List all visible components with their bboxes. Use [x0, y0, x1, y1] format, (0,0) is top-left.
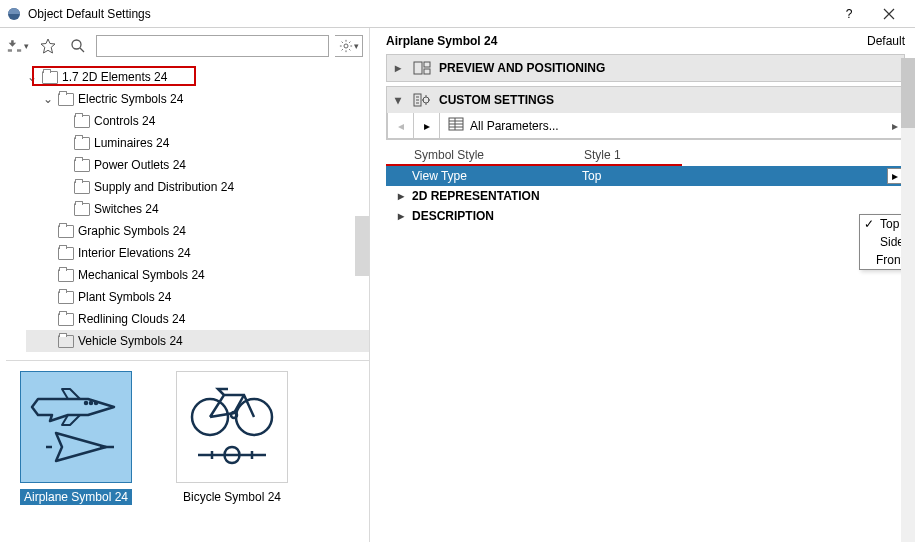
tree-label: Power Outlets 24: [94, 154, 186, 176]
parameters-icon: [448, 117, 464, 134]
param-row-view-type[interactable]: View Type Top ▸: [386, 166, 905, 186]
panel-title: CUSTOM SETTINGS: [439, 93, 554, 107]
tree-item[interactable]: Plant Symbols 24: [26, 286, 369, 308]
search-icon[interactable]: [66, 34, 90, 58]
folder-icon: [74, 137, 90, 150]
tree-label: Vehicle Symbols 24: [78, 330, 183, 352]
panel-preview: ▸ PREVIEW AND POSITIONING: [386, 54, 905, 82]
folder-icon: [58, 247, 74, 260]
tree-item[interactable]: Mechanical Symbols 24: [26, 264, 369, 286]
param-group-label: 2D REPRESENTATION: [412, 189, 540, 203]
help-button[interactable]: ?: [829, 0, 869, 28]
right-scrollbar[interactable]: [901, 58, 915, 542]
tree-label: Redlining Clouds 24: [78, 308, 185, 330]
preview-icon: [413, 60, 431, 76]
svg-point-4: [90, 402, 92, 404]
close-button[interactable]: [869, 0, 909, 28]
tree-label: Switches 24: [94, 198, 159, 220]
param-group-row[interactable]: ▸ DESCRIPTION: [386, 206, 905, 226]
library-source-button[interactable]: ▾: [6, 34, 30, 58]
svg-point-2: [343, 44, 347, 48]
folder-icon: [74, 203, 90, 216]
left-pane: ▾ ▾ ⌄ 1.7 2D Elements 24: [0, 28, 370, 542]
tree-item[interactable]: Graphic Symbols 24: [26, 220, 369, 242]
chevron-down-icon: ▾: [395, 93, 405, 107]
tree-item[interactable]: Redlining Clouds 24: [26, 308, 369, 330]
folder-icon: [74, 115, 90, 128]
param-header-value: Style 1: [584, 148, 621, 162]
tree-label: Electric Symbols 24: [78, 88, 183, 110]
folder-icon: [58, 291, 74, 304]
svg-point-3: [85, 402, 87, 404]
search-input[interactable]: [96, 35, 329, 57]
thumbnail-grid: Airplane Symbol 24 Bicycle Symbol 24: [6, 360, 369, 515]
chevron-right-icon: ▸: [398, 189, 412, 203]
folder-icon: [42, 71, 58, 84]
nav-forward-button[interactable]: ▸: [414, 113, 440, 138]
all-parameters-label: All Parameters...: [470, 119, 559, 133]
tree-item[interactable]: Interior Elevations 24: [26, 242, 369, 264]
panel-custom: ▾ CUSTOM SETTINGS ◂ ▸ All Parameters... …: [386, 86, 905, 140]
svg-rect-9: [414, 62, 422, 74]
chevron-right-icon: ▸: [398, 209, 412, 223]
thumbnail-airplane[interactable]: Airplane Symbol 24: [12, 371, 140, 505]
object-name: Airplane Symbol 24: [386, 34, 497, 48]
thumbnail-bicycle[interactable]: Bicycle Symbol 24: [168, 371, 296, 505]
thumbnail-image: [20, 371, 132, 483]
svg-point-8: [231, 412, 237, 418]
panel-header-custom[interactable]: ▾ CUSTOM SETTINGS: [387, 87, 904, 113]
param-group-row[interactable]: ▸ 2D REPRESENTATION: [386, 186, 905, 206]
chevron-right-icon: ▸: [395, 61, 405, 75]
library-toolbar: ▾ ▾: [6, 34, 369, 58]
panel-header-preview[interactable]: ▸ PREVIEW AND POSITIONING: [387, 55, 904, 81]
svg-rect-11: [424, 69, 430, 74]
svg-point-5: [95, 402, 97, 404]
folder-icon: [58, 335, 74, 348]
tree-scrollbar[interactable]: [355, 216, 369, 276]
library-settings-button[interactable]: ▾: [335, 35, 363, 57]
thumbnail-label: Airplane Symbol 24: [20, 489, 132, 505]
tree-item[interactable]: Controls 24: [26, 110, 369, 132]
check-icon: ✓: [864, 217, 876, 231]
chevron-down-icon: ⌄: [26, 66, 38, 88]
tree-item-electric[interactable]: ⌄ Electric Symbols 24: [26, 88, 369, 110]
thumbnail-label: Bicycle Symbol 24: [179, 489, 285, 505]
folder-icon: [58, 225, 74, 238]
menu-label: Top: [880, 217, 899, 231]
tree-item[interactable]: Supply and Distribution 24: [26, 176, 369, 198]
right-pane: Airplane Symbol 24 Default ▸ PREVIEW AND…: [370, 28, 915, 542]
window-title: Object Default Settings: [28, 7, 829, 21]
title-bar: Object Default Settings ?: [0, 0, 915, 28]
tree-label: Controls 24: [94, 110, 155, 132]
tree-item[interactable]: Switches 24: [26, 198, 369, 220]
tree-label: Plant Symbols 24: [78, 286, 171, 308]
tree-label: Luminaires 24: [94, 132, 169, 154]
param-header-name: Symbol Style: [414, 148, 584, 162]
param-group-label: DESCRIPTION: [412, 209, 494, 223]
tree-label: Mechanical Symbols 24: [78, 264, 205, 286]
folder-icon: [58, 269, 74, 282]
nav-back-button[interactable]: ◂: [388, 113, 414, 138]
custom-settings-icon: [413, 92, 431, 108]
folder-icon: [74, 159, 90, 172]
all-parameters-button[interactable]: All Parameters...: [440, 117, 887, 134]
svg-rect-10: [424, 62, 430, 67]
menu-label: Front: [876, 253, 904, 267]
svg-point-1: [72, 40, 81, 49]
favorite-button[interactable]: [36, 34, 60, 58]
param-name: View Type: [412, 169, 582, 183]
tree-item[interactable]: Luminaires 24: [26, 132, 369, 154]
app-icon: [6, 6, 22, 22]
tree-item[interactable]: Vehicle Symbols 24: [26, 330, 369, 352]
param-nav: ◂ ▸ All Parameters... ▸: [387, 113, 904, 139]
default-label: Default: [867, 34, 905, 48]
chevron-down-icon: ⌄: [42, 88, 54, 110]
library-tree: ⌄ 1.7 2D Elements 24 ⌄ Electric Symbols …: [6, 66, 369, 352]
thumbnail-image: [176, 371, 288, 483]
tree-label: Graphic Symbols 24: [78, 220, 186, 242]
tree-item-root[interactable]: ⌄ 1.7 2D Elements 24: [26, 66, 369, 88]
param-value: Top: [582, 169, 905, 183]
tree-label: Supply and Distribution 24: [94, 176, 234, 198]
folder-icon: [74, 181, 90, 194]
tree-item[interactable]: Power Outlets 24: [26, 154, 369, 176]
